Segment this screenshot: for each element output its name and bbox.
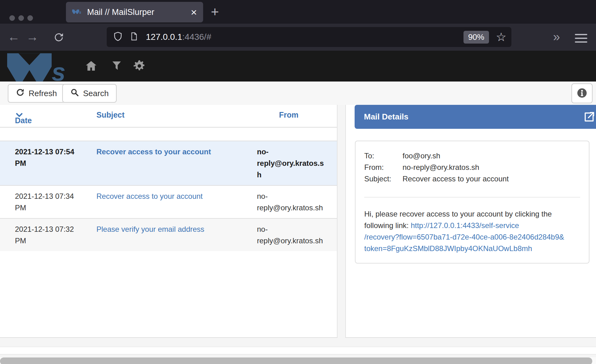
from-value: no-reply@ory.kratos.sh (403, 161, 479, 173)
mail-row-subject: Recover access to your account (96, 146, 257, 180)
refresh-button[interactable]: Refresh (8, 84, 65, 103)
back-icon[interactable]: ← (7, 29, 20, 44)
field-from: From: no-reply@ory.kratos.sh (364, 161, 580, 173)
browser-tab-bar: s Mail // MailSlurper × + (0, 0, 596, 24)
browser-tab[interactable]: s Mail // MailSlurper × (66, 2, 203, 22)
mail-row[interactable]: 2021-12-13 07:34 PM Recover access to yo… (0, 185, 337, 218)
url-text[interactable]: 127.0.0.1:4436/# (146, 32, 211, 42)
mail-details-card: To: foo@ory.sh From: no-reply@ory.kratos… (355, 141, 589, 264)
mail-row-date: 2021-12-13 07:34 PM (15, 190, 96, 213)
page-info-icon[interactable] (130, 32, 138, 42)
svg-text:s: s (52, 58, 66, 82)
shield-icon[interactable] (113, 31, 123, 43)
field-to: To: foo@ory.sh (364, 150, 580, 161)
search-button[interactable]: Search (62, 84, 117, 103)
mailslurper-logo: s (7, 53, 71, 82)
window-control-dots[interactable] (9, 15, 33, 21)
mailslurper-header: s (0, 51, 596, 82)
mail-row-subject: Recover access to your account (96, 190, 257, 213)
url-bar[interactable]: 127.0.0.1:4436/# 90% ☆ (107, 27, 511, 47)
search-icon (70, 88, 79, 99)
mail-row-date: 2021-12-13 07:32 PM (15, 223, 96, 246)
info-icon (576, 87, 588, 100)
settings-gear-icon[interactable] (133, 60, 146, 73)
mail-row-date: 2021-12-13 07:54 PM (15, 146, 96, 180)
subject-value: Recover access to your account (403, 173, 509, 184)
info-button[interactable] (571, 83, 593, 103)
svg-text:s: s (79, 10, 81, 15)
home-icon[interactable] (85, 60, 97, 73)
mail-row[interactable]: 2021-12-13 07:32 PM Please verify your e… (0, 218, 337, 251)
hamburger-menu-icon[interactable] (575, 34, 587, 45)
mail-row-from: no-reply@ory.kratos.sh (257, 223, 337, 246)
reload-icon[interactable] (54, 32, 64, 44)
mail-row[interactable]: 2021-12-13 07:54 PM Recover access to yo… (0, 141, 337, 185)
mail-list-panel: Date Subject From 2021-12-13 07:54 PM Re… (0, 105, 338, 338)
refresh-icon (16, 88, 25, 99)
column-header-from[interactable]: From (279, 110, 299, 119)
mail-subject-link[interactable]: Recover access to your account (96, 147, 211, 156)
filter-icon[interactable] (111, 60, 122, 73)
mail-rows: 2021-12-13 07:54 PM Recover access to yo… (0, 141, 337, 251)
to-value: foo@ory.sh (403, 150, 440, 161)
mail-row-subject: Please verify your email address (96, 223, 257, 246)
mail-body: Hi, please recover access to your accoun… (364, 208, 580, 254)
list-spacer (0, 128, 337, 141)
mail-list-header: Date Subject From (0, 105, 337, 128)
mail-row-from: no-reply@ory.kratos.sh (257, 190, 337, 213)
mail-subject-link[interactable]: Recover access to your account (96, 192, 203, 200)
mail-subject-link[interactable]: Please verify your email address (96, 225, 204, 233)
browser-navbar: ← → 127.0.0.1:4436/# 90% ☆ » (0, 24, 596, 51)
forward-icon[interactable]: → (26, 29, 39, 44)
open-external-icon[interactable] (583, 111, 595, 124)
column-header-subject[interactable]: Subject (96, 110, 124, 119)
tab-close-icon[interactable]: × (191, 7, 197, 17)
tab-title: Mail // MailSlurper (87, 7, 154, 17)
mail-row-from: no-reply@ory.kratos.sh (257, 146, 337, 180)
zoom-level-badge[interactable]: 90% (463, 31, 489, 44)
mail-details-heading: Mail Details (355, 105, 596, 129)
bookmark-star-icon[interactable]: ☆ (496, 31, 506, 43)
main-content: Date Subject From 2021-12-13 07:54 PM Re… (0, 105, 596, 338)
field-subject: Subject: Recover access to your account (364, 173, 580, 184)
column-header-date[interactable]: Date (15, 110, 24, 119)
toolbar-overflow-icon[interactable]: » (553, 30, 560, 44)
details-divider (364, 197, 580, 198)
footer-strip (0, 347, 596, 355)
app-toolbar: Refresh Search (0, 82, 596, 105)
horizontal-scrollbar-thumb[interactable] (0, 357, 592, 364)
new-tab-button[interactable]: + (211, 3, 219, 21)
tab-favicon-mailslurper-icon: s (72, 9, 82, 16)
mail-details-title: Mail Details (364, 112, 408, 122)
mail-details-panel: Mail Details To: foo@ory.sh From: no-rep… (345, 105, 596, 338)
